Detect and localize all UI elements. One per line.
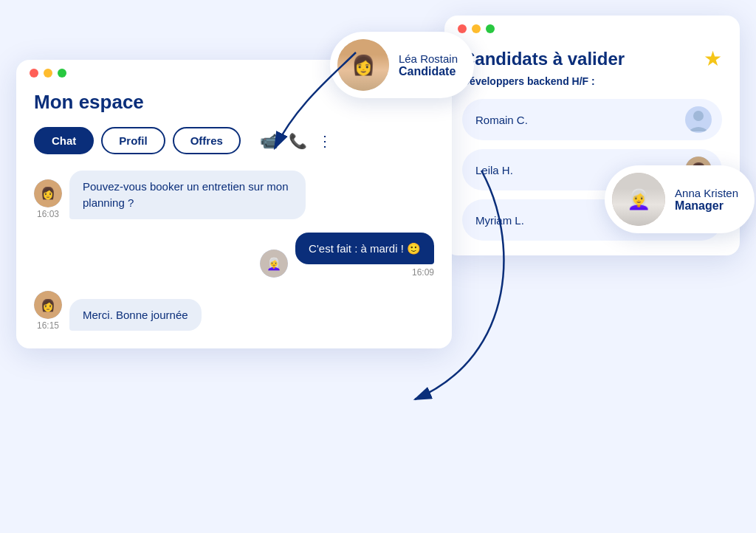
- tab-offres[interactable]: Offres: [173, 127, 241, 154]
- tab-profil[interactable]: Profil: [101, 127, 165, 154]
- candidats-header: Candidats à valider ★: [462, 47, 722, 71]
- candidate-role: Candidate: [399, 65, 458, 78]
- dot-green: [58, 69, 66, 78]
- chat-messages: 👩 16:03 Pouvez-vous booker un entretien …: [34, 171, 434, 331]
- video-icon[interactable]: 📹: [260, 132, 278, 150]
- right-titlebar: [444, 16, 740, 41]
- svg-point-2: [693, 111, 704, 121]
- msg-avatar-2: 👩‍🦳: [260, 250, 288, 278]
- msg-bubble-1: Pouvez-vous booker un entretien sur mon …: [69, 171, 306, 219]
- candidate-name-2: Leila H.: [475, 164, 513, 176]
- nav-tabs: Chat Profil Offres 📹 📞 ⋮: [34, 127, 434, 154]
- message-row-3: 👩 16:15 Merci. Bonne journée: [34, 291, 434, 331]
- star-icon: ★: [704, 47, 722, 71]
- candidate-name-1: Romain C.: [475, 114, 528, 126]
- msg-bubble-2: C'est fait : à mardi ! 🙂: [295, 233, 434, 265]
- right-dot-yellow: [472, 24, 481, 33]
- candidate-profile-badge: 👩 Léa Rostain Candidate: [330, 32, 474, 98]
- candidate-avatar-1: [685, 106, 712, 133]
- candidate-avatar: 👩: [337, 39, 389, 91]
- candidats-title: Candidats à valider: [462, 49, 625, 69]
- message-row-1: 👩 16:03 Pouvez-vous booker un entretien …: [34, 171, 434, 219]
- msg-time-3: 16:15: [35, 320, 61, 331]
- nav-icons: 📹 📞 ⋮: [260, 132, 332, 150]
- candidate-name: Léa Rostain: [399, 52, 458, 65]
- candidats-subtitle: Développers backend H/F :: [462, 75, 722, 87]
- dot-yellow: [44, 69, 52, 78]
- candidate-name-3: Myriam L.: [475, 214, 524, 227]
- candidate-info: Léa Rostain Candidate: [399, 52, 458, 78]
- manager-badge: 👩‍🦳 Anna Kristen Manager: [605, 165, 755, 233]
- candidate-row-1[interactable]: Romain C.: [462, 99, 722, 140]
- msg-time-2: 16:09: [412, 267, 434, 278]
- msg-time-1: 16:03: [35, 209, 61, 219]
- manager-info: Anna Kristen Manager: [675, 187, 738, 213]
- msg-right-wrapper: C'est fait : à mardi ! 🙂 16:09: [295, 233, 434, 278]
- dot-red: [30, 69, 38, 78]
- right-dot-red: [458, 24, 467, 33]
- manager-name: Anna Kristen: [675, 187, 738, 199]
- phone-icon[interactable]: 📞: [289, 132, 307, 150]
- right-window: Candidats à valider ★ Développers backen…: [444, 16, 740, 255]
- msg-avatar-1: 👩: [34, 179, 62, 207]
- msg-bubble-3: Merci. Bonne journée: [69, 299, 202, 331]
- message-row-2: C'est fait : à mardi ! 🙂 16:09 👩‍🦳: [34, 233, 434, 278]
- left-window-body: Mon espace Chat Profil Offres 📹 📞 ⋮ 👩: [16, 91, 452, 348]
- msg-avatar-3: 👩: [34, 291, 62, 319]
- left-window: 👩 Léa Rostain Candidate Mon espace Chat …: [16, 60, 452, 348]
- tab-chat[interactable]: Chat: [34, 127, 94, 154]
- manager-avatar: 👩‍🦳: [612, 173, 665, 226]
- right-dot-green: [486, 24, 495, 33]
- manager-role: Manager: [675, 199, 738, 213]
- more-icon[interactable]: ⋮: [317, 132, 332, 150]
